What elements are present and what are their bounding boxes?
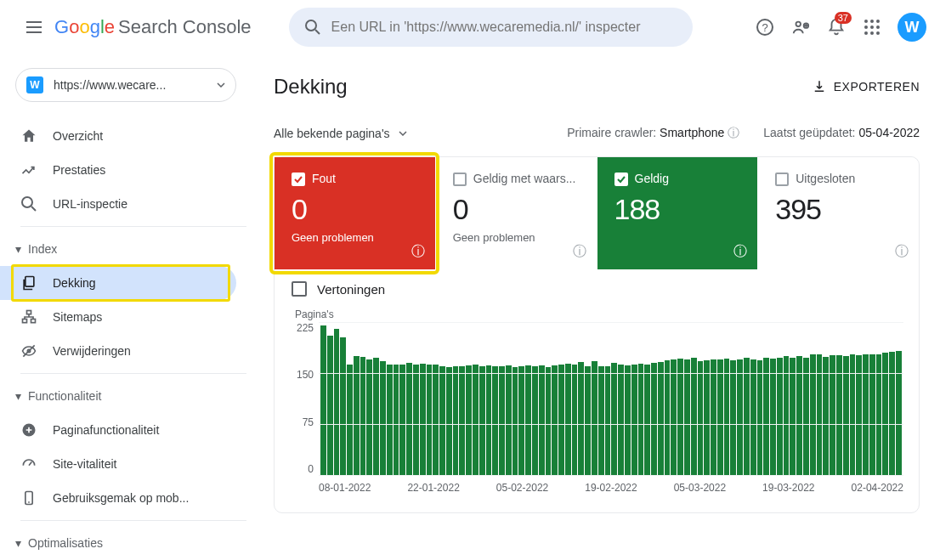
chart-bar[interactable] — [399, 365, 405, 475]
chart-bar[interactable] — [340, 337, 346, 475]
chart-bar[interactable] — [492, 366, 498, 475]
chart-bar[interactable] — [651, 363, 657, 475]
chart-bar[interactable] — [757, 360, 763, 475]
chart-bar[interactable] — [585, 366, 591, 475]
chart-bar[interactable] — [466, 365, 472, 475]
account-avatar[interactable]: W — [898, 13, 926, 42]
chart-bar[interactable] — [578, 362, 584, 475]
chart-bar[interactable] — [334, 329, 340, 475]
chart-bar[interactable] — [320, 325, 326, 475]
help-icon[interactable]: ⓘ — [573, 243, 586, 261]
chart-bar[interactable] — [711, 359, 716, 475]
chart-bar[interactable] — [777, 358, 783, 475]
chart-bar[interactable] — [631, 365, 637, 475]
chart-bar[interactable] — [823, 357, 829, 475]
chart-bar[interactable] — [737, 359, 743, 475]
chart-bar[interactable] — [744, 358, 750, 475]
menu-button[interactable] — [14, 7, 54, 48]
chart-bar[interactable] — [427, 365, 433, 475]
pages-filter[interactable]: Alle bekende pagina's — [274, 127, 407, 140]
chart-bar[interactable] — [525, 365, 531, 475]
chart-plot[interactable] — [319, 322, 903, 475]
property-selector[interactable]: W https://www.wecare... — [15, 68, 236, 102]
chart-bar[interactable] — [446, 367, 452, 475]
chart-bar[interactable] — [665, 360, 671, 475]
chart-bar[interactable] — [380, 361, 386, 475]
tile-valid[interactable]: Geldig 188 ⓘ — [597, 157, 759, 269]
chart-bar[interactable] — [354, 356, 360, 475]
chart-bar[interactable] — [532, 366, 538, 475]
chart-bar[interactable] — [770, 359, 776, 475]
chart-bar[interactable] — [373, 358, 379, 475]
help-icon[interactable]: ⓘ — [728, 126, 739, 139]
help-icon[interactable]: ⓘ — [895, 243, 909, 261]
chart-bar[interactable] — [552, 365, 558, 475]
chart-bar[interactable] — [698, 361, 704, 475]
sidebar-item-core-vitals[interactable]: Site-vitaliteit — [0, 447, 236, 481]
sidebar-item-performance[interactable]: Prestaties — [0, 153, 236, 187]
chart-bar[interactable] — [546, 367, 552, 475]
chart-bar[interactable] — [459, 366, 465, 475]
chart-bar[interactable] — [598, 366, 604, 475]
chart-bar[interactable] — [406, 363, 412, 475]
chart-bar[interactable] — [605, 366, 611, 475]
chart-bar[interactable] — [366, 359, 372, 475]
chart-bar[interactable] — [691, 358, 697, 475]
url-inspect-search[interactable] — [289, 8, 693, 47]
chart-bar[interactable] — [512, 367, 518, 475]
chart-bar[interactable] — [677, 359, 683, 475]
chart-bar[interactable] — [499, 366, 505, 475]
chart-bar[interactable] — [347, 365, 353, 475]
chart-bar[interactable] — [724, 359, 730, 475]
sidebar-item-overview[interactable]: Overzicht — [0, 119, 236, 153]
chart-bar[interactable] — [803, 358, 809, 475]
sidebar-item-url-inspect[interactable]: URL-inspectie — [0, 187, 236, 221]
chart-bar[interactable] — [479, 366, 485, 475]
chart-bar[interactable] — [518, 366, 524, 475]
impressions-toggle[interactable]: Vertoningen — [275, 269, 919, 308]
chart-bar[interactable] — [889, 352, 895, 475]
section-functionality[interactable]: ▾ Functionaliteit — [0, 379, 246, 413]
help-icon[interactable]: ⓘ — [411, 243, 425, 261]
chart-bar[interactable] — [611, 363, 617, 475]
chart-bar[interactable] — [750, 359, 756, 475]
chart-bar[interactable] — [784, 356, 790, 475]
export-button[interactable]: EXPORTEREN — [812, 79, 920, 94]
chart-bar[interactable] — [658, 362, 664, 475]
sidebar-item-removals[interactable]: Verwijderingen — [0, 334, 236, 368]
chart-bar[interactable] — [565, 364, 571, 475]
help-icon[interactable]: ? — [755, 17, 775, 37]
apps-icon[interactable] — [862, 17, 882, 37]
chart-bar[interactable] — [684, 359, 690, 475]
help-icon[interactable]: ⓘ — [733, 243, 747, 261]
search-input[interactable] — [331, 20, 677, 35]
users-icon[interactable] — [790, 17, 811, 37]
chart-bar[interactable] — [572, 365, 578, 475]
notifications-icon[interactable]: 37 — [826, 17, 847, 37]
chart-bar[interactable] — [387, 365, 393, 475]
sidebar-item-sitemaps[interactable]: Sitemaps — [0, 300, 236, 334]
chart-bar[interactable] — [638, 364, 644, 475]
chart-bar[interactable] — [539, 365, 545, 475]
chart-bar[interactable] — [730, 360, 736, 475]
chart-bar[interactable] — [360, 357, 366, 475]
tile-excluded[interactable]: Uitgesloten 395 ⓘ — [758, 157, 919, 269]
tile-error[interactable]: Fout 0 Geen problemen ⓘ — [275, 157, 436, 269]
chart-bar[interactable] — [843, 356, 849, 475]
chart-bar[interactable] — [790, 358, 796, 475]
chart-bar[interactable] — [625, 365, 631, 475]
chart-bar[interactable] — [796, 356, 802, 475]
chart-bar[interactable] — [413, 365, 419, 475]
sidebar-item-page-experience[interactable]: Paginafunctionaliteit — [0, 413, 236, 447]
chart-bar[interactable] — [394, 365, 399, 475]
tile-valid-warnings[interactable]: Geldig met waars... 0 Geen problemen ⓘ — [436, 157, 597, 269]
chart-bar[interactable] — [486, 365, 492, 475]
sidebar-item-mobile-usability[interactable]: Gebruiksgemak op mob... — [0, 481, 236, 515]
chart-bar[interactable] — [717, 359, 723, 475]
chart-bar[interactable] — [882, 353, 888, 475]
chart-bar[interactable] — [558, 365, 564, 475]
chart-bar[interactable] — [439, 366, 445, 475]
chart-bar[interactable] — [327, 336, 333, 475]
chart-bar[interactable] — [473, 365, 478, 475]
sidebar-item-coverage[interactable]: Dekking — [0, 266, 236, 300]
